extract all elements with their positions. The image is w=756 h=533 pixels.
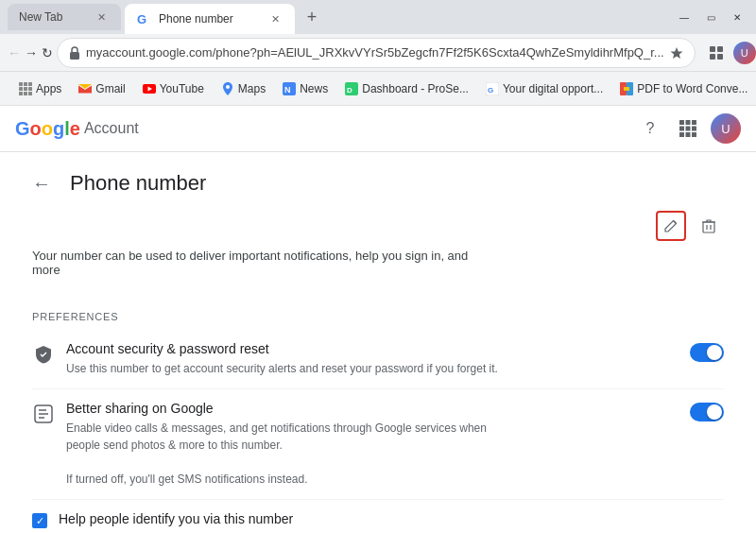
svg-rect-7 [19, 82, 23, 86]
bookmark-maps-label: Maps [238, 82, 266, 95]
logo-o1: o [30, 118, 42, 139]
svg-rect-14 [24, 92, 27, 95]
apps-button[interactable] [673, 113, 703, 144]
help-button[interactable]: ? [635, 113, 665, 144]
bookmark-dashboard[interactable]: D Dashboard - ProSe... [337, 78, 476, 99]
svg-text:D: D [347, 86, 352, 95]
share-icon [32, 403, 55, 425]
maximize-button[interactable]: ▭ [699, 9, 722, 25]
bookmark-star-icon[interactable] [670, 46, 683, 60]
bookmark-news-label: News [300, 82, 328, 95]
shield-icon [32, 343, 55, 366]
page-content: Google Account ? U [0, 106, 756, 533]
page-body: ← Phone number Your number can be [9, 152, 747, 533]
svg-rect-30 [692, 120, 696, 125]
apps-grid-icon [19, 82, 32, 95]
back-button[interactable]: ← [8, 40, 21, 66]
bookmark-pdf[interactable]: PDF to Word Conve... [612, 78, 755, 99]
bookmark-digital[interactable]: G Your digital opport... [478, 78, 610, 99]
dashboard-icon: D [345, 82, 358, 95]
action-buttons [32, 211, 724, 241]
nav-bar: ← → ↻ myaccount.google.com/phone?ph=AElU… [0, 34, 756, 72]
reload-button[interactable]: ↻ [42, 40, 53, 66]
ga-header-right: ? U [635, 113, 741, 144]
pref-account-security: Account security & password reset Use th… [32, 330, 724, 389]
chrome-frame: New Tab ✕ G Phone number ✕ + — ▭ ✕ ← → ↻ [0, 0, 756, 106]
preferences-section-label: PREFERENCES [32, 296, 724, 322]
svg-rect-8 [24, 82, 27, 86]
bookmark-gmail[interactable]: Gmail [71, 78, 132, 99]
svg-rect-29 [686, 120, 691, 125]
edit-button[interactable] [656, 211, 686, 241]
pref-account-security-desc: Use this number to get account security … [66, 360, 501, 377]
logo-e: e [70, 118, 80, 139]
svg-rect-35 [686, 132, 691, 137]
maps-icon [221, 82, 234, 95]
better-sharing-toggle[interactable] [690, 403, 724, 421]
page-title: Phone number [70, 171, 206, 196]
svg-rect-36 [692, 132, 696, 137]
pref-account-security-title: Account security & password reset [66, 341, 679, 356]
google-account-logo: Google Account [15, 118, 139, 140]
bookmark-gmail-label: Gmail [95, 82, 125, 95]
profile-button[interactable]: U [731, 40, 756, 66]
svg-text:N: N [284, 85, 291, 95]
tab-active[interactable]: G Phone number ✕ [125, 4, 295, 34]
account-text: Account [84, 120, 139, 137]
pref-help-identify-title: Help people identify you via this number [59, 511, 724, 526]
back-button[interactable]: ← [32, 173, 55, 195]
user-avatar[interactable]: U [711, 113, 741, 144]
pref-better-sharing: Better sharing on Google Enable video ca… [32, 389, 724, 500]
pref-help-identify: ✓ Help people identify you via this numb… [32, 500, 724, 533]
svg-rect-4 [717, 46, 723, 52]
nav-toolbar: U ⋮ [703, 40, 756, 66]
title-bar: New Tab ✕ G Phone number ✕ + — ▭ ✕ [0, 0, 756, 34]
svg-text:G: G [488, 86, 493, 95]
inactive-tab-label: New Tab [19, 10, 62, 24]
delete-button[interactable] [694, 211, 724, 241]
bookmark-digital-label: Your digital opport... [503, 82, 603, 95]
bookmark-dashboard-label: Dashboard - ProSe... [362, 82, 469, 95]
svg-rect-13 [19, 92, 23, 95]
pref-better-sharing-desc: Enable video calls & messages, and get n… [66, 420, 501, 488]
bookmark-youtube[interactable]: YouTube [135, 78, 212, 99]
svg-rect-33 [692, 127, 696, 131]
svg-rect-9 [28, 82, 32, 86]
youtube-icon [143, 82, 156, 95]
window-controls: — ▭ ✕ [673, 9, 748, 25]
svg-rect-6 [717, 54, 723, 60]
svg-rect-32 [686, 127, 691, 131]
svg-rect-5 [710, 54, 715, 60]
pref-better-sharing-title: Better sharing on Google [66, 401, 679, 416]
bookmark-pdf-label: PDF to Word Conve... [637, 82, 747, 95]
pref-better-sharing-content: Better sharing on Google Enable video ca… [66, 401, 679, 488]
new-tab-button[interactable]: + [299, 4, 325, 30]
account-security-toggle[interactable] [690, 343, 724, 362]
svg-rect-10 [19, 87, 23, 91]
svg-rect-15 [28, 92, 32, 95]
bookmarks-bar: Apps Gmail YouTube [0, 72, 756, 106]
extensions-button[interactable] [703, 40, 730, 66]
inactive-tab-close[interactable]: ✕ [93, 9, 110, 26]
minimize-button[interactable]: — [673, 9, 696, 25]
svg-rect-37 [703, 222, 714, 232]
help-identify-checkbox[interactable]: ✓ [32, 513, 47, 528]
digital-icon: G [486, 82, 499, 95]
gmail-icon [78, 82, 92, 95]
logo-g2: g [53, 118, 64, 139]
address-bar[interactable]: myaccount.google.com/phone?ph=AElUL_JRXk… [57, 38, 696, 68]
active-tab-close[interactable]: ✕ [266, 10, 284, 27]
svg-rect-1 [70, 52, 79, 60]
bookmark-apps[interactable]: Apps [11, 78, 69, 99]
tab-inactive[interactable]: New Tab ✕ [8, 4, 121, 30]
svg-rect-28 [679, 120, 684, 125]
close-window-button[interactable]: ✕ [726, 9, 748, 25]
description-text: Your number can be used to deliver impor… [32, 249, 486, 277]
pref-help-identify-content: Help people identify you via this number [59, 511, 724, 530]
svg-rect-34 [679, 132, 684, 137]
forward-button[interactable]: → [25, 40, 38, 66]
svg-rect-31 [679, 127, 684, 131]
svg-text:G: G [137, 12, 146, 26]
bookmark-news[interactable]: N News [275, 78, 335, 99]
bookmark-maps[interactable]: Maps [214, 78, 273, 99]
